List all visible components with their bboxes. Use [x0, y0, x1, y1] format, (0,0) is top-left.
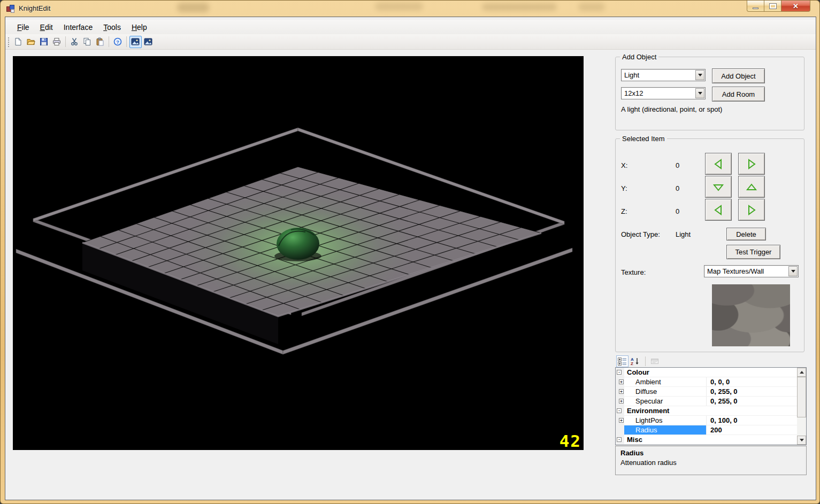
print-button[interactable] — [51, 36, 63, 48]
titlebar-glass-reflection — [375, 2, 423, 11]
scroll-up-button[interactable] — [797, 368, 806, 377]
collapse-icon[interactable]: - — [617, 437, 622, 442]
arrow-glyph — [698, 92, 702, 95]
window-title: KnightEdit — [19, 4, 50, 12]
combobox-value: 12x12 — [624, 89, 694, 97]
cut-scissors-icon — [70, 37, 79, 46]
alphabetical-sort-icon: A Z — [631, 357, 640, 366]
maximize-button[interactable] — [764, 1, 781, 12]
property-value: 200 — [707, 426, 722, 434]
save-icon — [40, 37, 48, 46]
y-decrease-button[interactable] — [705, 176, 732, 198]
titlebar[interactable]: KnightEdit ✕ — [1, 1, 819, 17]
save-button[interactable] — [38, 36, 50, 48]
property-name: Diffuse — [624, 387, 707, 396]
x-label: X: — [621, 161, 627, 169]
scrollbar[interactable] — [797, 368, 806, 445]
texture-label: Texture: — [621, 268, 646, 276]
open-button[interactable] — [25, 36, 37, 48]
property-row-lightpos[interactable]: + LightPos 0, 100, 0 — [616, 416, 797, 425]
categorized-button[interactable] — [616, 355, 629, 367]
x-increase-button[interactable] — [738, 153, 765, 175]
close-button[interactable]: ✕ — [781, 1, 810, 12]
view-wireframe-button[interactable] — [142, 36, 155, 48]
menu-edit[interactable]: Edit — [35, 21, 58, 34]
toolbar-separator — [65, 36, 66, 47]
chevron-down-icon[interactable] — [695, 70, 704, 80]
chevron-down-icon[interactable] — [695, 88, 704, 98]
expand-icon[interactable]: + — [619, 389, 624, 394]
property-name: Specular — [624, 397, 707, 406]
menu-help[interactable]: Help — [126, 21, 152, 34]
menu-interface[interactable]: Interface — [58, 21, 98, 34]
x-decrease-button[interactable] — [705, 153, 732, 175]
category-row-colour[interactable]: - Colour — [616, 368, 797, 377]
new-document-button[interactable] — [12, 36, 25, 48]
svg-text:Z: Z — [631, 361, 633, 366]
help-icon: ? — [113, 37, 122, 46]
3d-viewport[interactable]: 42 — [13, 56, 584, 450]
property-description-panel: Radius Attenuation radius — [615, 446, 807, 475]
app-icon-part — [11, 9, 14, 13]
expand-icon[interactable]: + — [619, 379, 624, 384]
object-type-label: Object Type: — [621, 230, 660, 238]
property-name: LightPos — [624, 416, 707, 425]
category-row-environment[interactable]: - Environment — [616, 406, 797, 416]
room-size-combobox[interactable]: 12x12 — [621, 87, 706, 99]
property-value: 0, 0, 0 — [707, 378, 730, 386]
property-rows: - Colour + Ambient 0, 0, 0 + Diffuse 0, … — [616, 368, 797, 445]
arrow-glyph — [698, 74, 702, 76]
chevron-down-icon[interactable] — [788, 266, 798, 276]
scrollbar-thumb[interactable] — [797, 377, 806, 417]
scroll-down-button[interactable] — [797, 436, 806, 445]
row-gutter: + — [616, 416, 624, 425]
toolbar-grip[interactable] — [7, 36, 10, 47]
minimize-button[interactable] — [747, 1, 764, 12]
cut-button[interactable] — [68, 36, 81, 48]
copy-button[interactable] — [81, 36, 94, 48]
add-object-button[interactable]: Add Object — [712, 68, 765, 83]
paste-button[interactable] — [94, 36, 106, 48]
expand-icon[interactable]: + — [619, 418, 624, 423]
alphabetical-sort-button[interactable]: A Z — [629, 355, 641, 367]
toolbar-separator — [109, 36, 109, 47]
object-type-value: Light — [676, 230, 691, 238]
z-increase-button[interactable] — [738, 199, 765, 221]
help-button[interactable]: ? — [112, 36, 124, 48]
titlebar-glass-reflection — [177, 3, 209, 12]
y-increase-button[interactable] — [738, 176, 765, 198]
menu-file[interactable]: File — [12, 21, 35, 34]
texture-combobox[interactable]: Map Textures/Wall — [704, 265, 799, 277]
category-row-misc[interactable]: - Misc — [616, 435, 797, 445]
delete-button[interactable]: Delete — [726, 228, 766, 241]
property-row-radius-selected[interactable]: Radius 200 — [616, 425, 797, 435]
x-value: 0 — [676, 161, 679, 169]
add-room-button[interactable]: Add Room — [712, 87, 765, 102]
expand-icon[interactable]: + — [619, 399, 624, 404]
triangle-up-icon — [800, 371, 804, 374]
titlebar-glass-reflection — [578, 3, 605, 11]
triangle-up-icon — [745, 181, 758, 193]
open-folder-icon — [27, 37, 35, 46]
menu-tools[interactable]: Tools — [98, 21, 126, 34]
categorized-icon — [618, 357, 627, 366]
object-type-combobox[interactable]: Light — [621, 69, 706, 81]
triangle-left-icon — [712, 158, 725, 170]
collapse-icon[interactable]: - — [617, 408, 622, 413]
new-document-icon — [14, 37, 22, 46]
property-pages-button[interactable] — [649, 355, 661, 367]
collapse-icon[interactable]: - — [617, 370, 622, 375]
property-row-diffuse[interactable]: + Diffuse 0, 255, 0 — [616, 387, 797, 397]
triangle-left-icon — [712, 204, 725, 216]
property-row-ambient[interactable]: + Ambient 0, 0, 0 — [616, 377, 797, 387]
z-label: Z: — [621, 207, 627, 215]
toolbar-separator — [126, 36, 127, 47]
minimize-icon — [753, 7, 758, 9]
property-row-specular[interactable]: + Specular 0, 255, 0 — [616, 397, 797, 406]
triangle-down-icon — [800, 439, 804, 441]
view-textured-button[interactable] — [129, 36, 142, 48]
print-icon — [52, 37, 61, 46]
property-value: 0, 100, 0 — [707, 416, 738, 424]
z-decrease-button[interactable] — [705, 199, 732, 221]
test-trigger-button[interactable]: Test Trigger — [726, 245, 780, 259]
